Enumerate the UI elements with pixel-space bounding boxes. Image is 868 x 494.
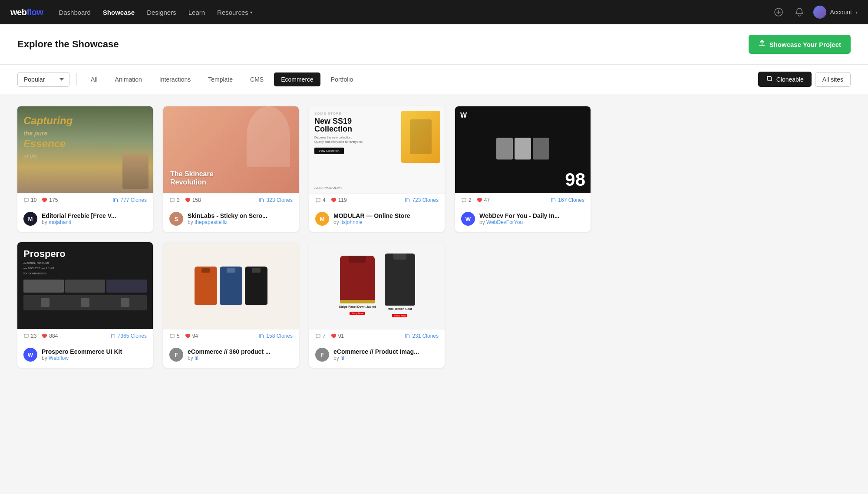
like-stat: 91 — [331, 333, 344, 339]
filters-bar: Popular Recent Featured All Animation In… — [0, 65, 868, 94]
nav-learn[interactable]: Learn — [188, 9, 205, 16]
card-title: Editorial Freebie [Free V... — [42, 212, 147, 219]
card-item[interactable]: 5 94 158 Clones F eCommerce // 360 produ… — [163, 242, 299, 368]
card-stats: 3 158 323 Clones — [163, 193, 299, 207]
page-title: Explore the Showcase — [17, 39, 119, 50]
author-link[interactable]: fil — [340, 355, 344, 361]
card-info: M MODULAR — Online Store by itsjohnnie — [309, 207, 445, 232]
heart-icon — [331, 333, 337, 339]
card-thumbnail: Capturingthe pureEssenceof life — [17, 106, 153, 193]
card-stats: 10 175 777 Clones — [17, 193, 153, 207]
like-count: 94 — [192, 333, 198, 339]
clone-stat: 167 Clones — [551, 197, 584, 203]
like-count: 884 — [49, 333, 58, 339]
clone-stat: 723 Clones — [405, 197, 439, 203]
card-item[interactable]: Capturingthe pureEssenceof life 10 175 7… — [17, 106, 153, 232]
avatar — [813, 6, 826, 19]
clone-count: 231 Clones — [412, 333, 439, 339]
svg-rect-7 — [112, 335, 115, 338]
card-info: W Prospero Ecommerce UI Kit by Webflow — [17, 343, 153, 368]
card-stats: 5 94 158 Clones — [163, 329, 299, 343]
comment-icon — [461, 198, 467, 203]
filter-all[interactable]: All — [84, 72, 105, 86]
author-avatar: M — [315, 212, 329, 226]
filter-cms[interactable]: CMS — [243, 72, 271, 86]
nav-logo[interactable]: webflow — [10, 7, 43, 17]
showcase-project-button[interactable]: Showcase Your Project — [749, 35, 851, 54]
all-sites-button[interactable]: All sites — [815, 72, 851, 87]
card-item[interactable]: Prospero A clean, modular— and free — UI… — [17, 242, 153, 368]
nav-right: Account ▾ — [772, 5, 858, 19]
card-by: by fil — [333, 355, 439, 361]
card-item[interactable]: SOME STORE New SS19Collection Discover t… — [309, 106, 445, 232]
account-menu[interactable]: Account ▾ — [813, 6, 858, 19]
filter-ecommerce[interactable]: Ecommerce — [274, 72, 320, 86]
card-thumbnail: Prospero A clean, modular— and free — UI… — [17, 242, 153, 329]
clone-icon-small — [405, 333, 410, 339]
card-title: Prospero Ecommerce UI Kit — [42, 348, 147, 355]
card-item[interactable]: W 98 2 47 167 Clones — [455, 106, 591, 232]
clone-icon-small — [405, 198, 410, 203]
cloneable-button[interactable]: Cloneable — [758, 72, 812, 87]
author-link[interactable]: itsjohnnie — [340, 219, 363, 225]
author-link[interactable]: thepapestielliz — [195, 219, 228, 225]
comment-count: 10 — [31, 197, 36, 203]
comment-count: 5 — [177, 333, 180, 339]
nav-resources[interactable]: Resources ▾ — [217, 9, 252, 16]
author-details: eCommerce // Product Imag... by fil — [333, 348, 439, 361]
comment-icon — [315, 198, 321, 203]
nav-dashboard[interactable]: Dashboard — [59, 9, 90, 16]
comment-count: 23 — [31, 333, 36, 339]
svg-rect-9 — [406, 335, 409, 338]
card-title: WebDev For You - Daily In... — [479, 212, 584, 219]
card-thumbnail: W 98 — [455, 106, 591, 193]
author-link[interactable]: WebDevForYou — [486, 219, 523, 225]
filter-animation[interactable]: Animation — [108, 72, 149, 86]
comment-icon — [23, 333, 29, 339]
clone-count: 158 Clones — [266, 333, 293, 339]
clone-icon-small — [551, 198, 556, 203]
svg-rect-6 — [552, 199, 555, 202]
filter-portfolio[interactable]: Portfolio — [324, 72, 360, 86]
heart-icon — [185, 333, 191, 339]
comment-stat: 4 — [315, 197, 326, 203]
card-info: S SkinLabs - Sticky on Scro... by thepap… — [163, 207, 299, 232]
comment-stat: 23 — [23, 333, 36, 339]
author-avatar: M — [23, 212, 37, 226]
filter-interactions[interactable]: Interactions — [152, 72, 198, 86]
card-info: F eCommerce // 360 product ... by fil — [163, 343, 299, 368]
author-link[interactable]: Webflow — [49, 355, 69, 361]
author-details: eCommerce // 360 product ... by fil — [188, 348, 293, 361]
card-item[interactable]: The SkincareRevolution 3 158 323 Clones … — [163, 106, 299, 232]
author-details: Editorial Freebie [Free V... by mojahani… — [42, 212, 147, 225]
like-stat: 884 — [42, 333, 58, 339]
author-details: Prospero Ecommerce UI Kit by Webflow — [42, 348, 147, 361]
like-stat: 94 — [185, 333, 198, 339]
filter-right: Cloneable All sites — [758, 72, 851, 87]
card-item[interactable]: Stripe Panel Down Jacket Shop Now Midi T… — [309, 242, 445, 368]
clone-icon-small — [113, 198, 119, 203]
like-count: 175 — [49, 197, 58, 203]
clone-stat: 231 Clones — [405, 333, 439, 339]
card-author: M MODULAR — Online Store by itsjohnnie — [315, 212, 439, 226]
comment-count: 3 — [177, 197, 180, 203]
heart-icon — [42, 333, 47, 339]
svg-rect-4 — [261, 199, 264, 202]
filter-template[interactable]: Template — [201, 72, 240, 86]
comment-icon — [169, 198, 175, 203]
nav-showcase[interactable]: Showcase — [103, 9, 135, 16]
svg-rect-2 — [768, 77, 772, 81]
clone-count: 323 Clones — [266, 197, 293, 203]
author-link[interactable]: mojahanii — [49, 219, 71, 225]
card-by: by itsjohnnie — [333, 219, 439, 225]
clone-count: 7365 Clones — [118, 333, 147, 339]
add-project-icon[interactable] — [772, 5, 785, 19]
card-thumbnail — [163, 242, 299, 329]
sort-select[interactable]: Popular Recent Featured — [17, 72, 69, 87]
author-link[interactable]: fil — [195, 355, 198, 361]
card-author: W Prospero Ecommerce UI Kit by Webflow — [23, 348, 147, 362]
like-stat: 47 — [477, 197, 490, 203]
notifications-icon[interactable] — [792, 5, 806, 19]
clone-icon-small — [110, 333, 116, 339]
nav-designers[interactable]: Designers — [147, 9, 176, 16]
